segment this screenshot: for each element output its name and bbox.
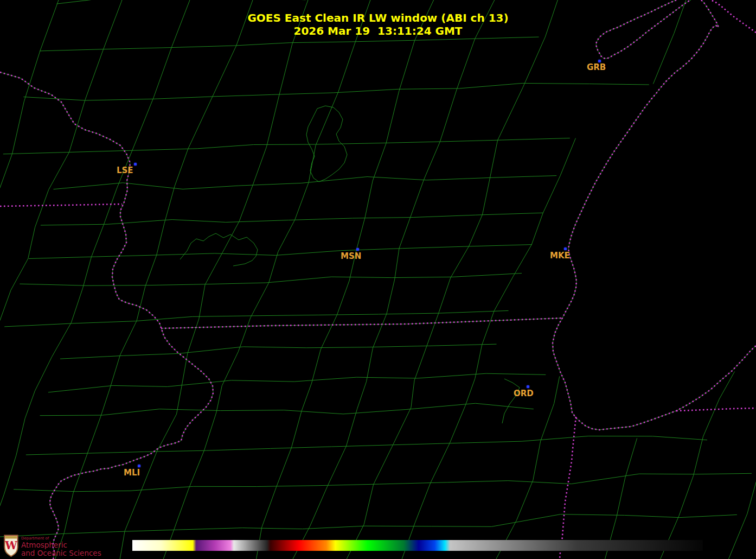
county-line (20, 274, 522, 286)
county-line (256, 0, 437, 559)
county-line (495, 376, 560, 559)
ir-color-scale (132, 540, 703, 551)
station-label: MSN (341, 251, 361, 261)
station-dot-icon (564, 247, 567, 250)
uw-aos-logo: W Department of Atmospheric and Oceanic … (4, 535, 101, 557)
county-line (54, 176, 557, 189)
station-label: MLI (124, 468, 140, 478)
county-boundary-lines (0, 0, 756, 559)
county-line (728, 0, 756, 559)
county-line (0, 514, 737, 537)
logo-name-line2: and Oceanic Sciences (21, 549, 101, 557)
station-label: LSE (117, 166, 133, 175)
river-contour-2 (502, 379, 520, 423)
mn-ia-border (0, 204, 122, 206)
county-line (60, 344, 497, 359)
county-line (292, 0, 499, 559)
county-line-along-border (161, 318, 562, 328)
logo-department-line: Department of (21, 537, 101, 541)
county-line (54, 0, 253, 559)
station-label: GRB (587, 62, 606, 72)
uw-monogram: W (4, 539, 17, 552)
map-overlay (0, 0, 756, 559)
green-bay-shoreline (596, 0, 691, 59)
top-right-shoreline (710, 0, 756, 33)
mississippi-river-border (0, 72, 213, 559)
county-line (653, 0, 691, 84)
county-line (29, 245, 532, 259)
county-line (401, 138, 576, 559)
station-label: ORD (514, 389, 534, 398)
logo-name-line1: Atmospheric (21, 541, 101, 549)
county-line (0, 0, 123, 559)
county-line (41, 213, 543, 225)
station-dot-icon (138, 465, 140, 467)
county-line (40, 403, 534, 416)
station-label: MKE (550, 251, 570, 261)
county-line (345, 0, 561, 559)
county-line (23, 83, 649, 100)
county-line-along-border (0, 72, 213, 559)
county-line (26, 436, 707, 455)
logo-text: Department of Atmospheric and Oceanic Sc… (21, 535, 101, 557)
station-dot-icon (134, 163, 137, 166)
satellite-image-viewport: GOES East Clean IR LW window (ABI ch 13)… (0, 0, 756, 559)
uw-crest-icon: W (4, 535, 18, 557)
county-line-along-border (596, 0, 691, 59)
station-dot-icon (527, 385, 529, 388)
lake-michigan-shoreline (553, 0, 756, 430)
county-line (3, 138, 570, 154)
county-line (40, 37, 539, 51)
county-line-along-border (553, 0, 756, 430)
county-line (56, 0, 749, 4)
river-contour (180, 233, 258, 266)
county-line (0, 0, 59, 559)
lake-tip-east-border (676, 408, 756, 411)
county-line (4, 310, 508, 327)
county-line (163, 0, 372, 559)
station-dot-icon (356, 248, 359, 251)
